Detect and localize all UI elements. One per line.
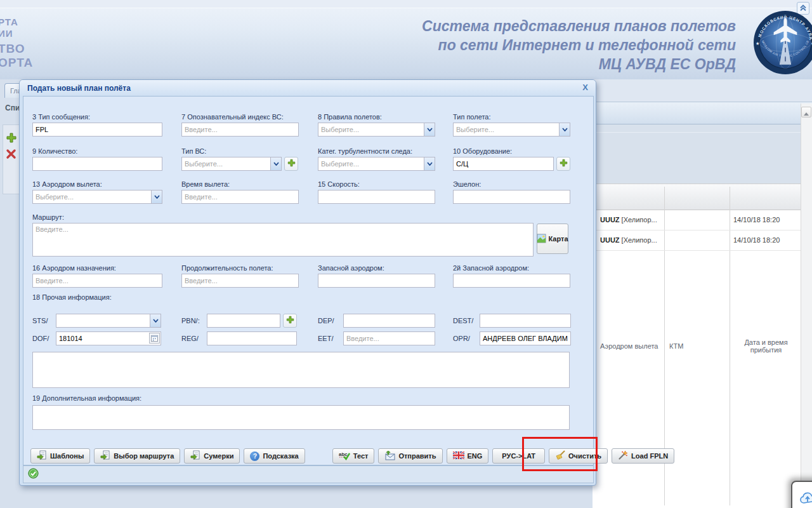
plus-icon xyxy=(5,135,18,146)
msg-type-input[interactable] xyxy=(32,123,162,137)
button-label: Сумерки xyxy=(204,452,233,460)
help-icon: ? xyxy=(250,451,259,461)
x-delete-icon xyxy=(5,151,17,162)
app-title-line: МЦ АУВД ЕС ОрВД xyxy=(422,55,736,74)
document-arrow-icon xyxy=(37,450,47,462)
field-speed: 15 Скорость: xyxy=(318,180,435,204)
chevron-down-icon[interactable] xyxy=(150,314,161,328)
additional-info-textarea[interactable] xyxy=(32,405,570,430)
map-button-label: Карта xyxy=(548,235,568,243)
header-top-band xyxy=(0,0,812,8)
field-flight-rules: 8 Правила полетов: xyxy=(318,113,435,137)
field-alternate-aerodrome: Запасной аэродром: xyxy=(318,264,435,288)
dialog-title: Подать новый план полёта xyxy=(27,84,580,93)
opr-input[interactable] xyxy=(480,331,571,345)
other-info-label: 18 Прочая информация: xyxy=(32,293,112,301)
plus-icon xyxy=(285,315,295,327)
eet-input[interactable] xyxy=(343,331,435,345)
calendar-icon[interactable] xyxy=(149,333,160,344)
field-flight-type: Тип полета: xyxy=(453,113,570,137)
document-arrow-icon xyxy=(100,450,110,462)
aircraft-id-input[interactable] xyxy=(181,123,299,137)
field-label: 7 Опознавательный индекс ВС: xyxy=(181,113,299,121)
aircraft-type-combo[interactable] xyxy=(181,157,270,171)
pbn-input[interactable] xyxy=(207,314,280,328)
svg-text:★: ★ xyxy=(756,41,759,46)
app-title-line: Система представления планов полетов xyxy=(422,17,736,36)
field-reg: REG/ xyxy=(181,331,297,345)
departure-code: UUUZ xyxy=(600,236,620,244)
send-envelope-icon xyxy=(384,451,395,462)
flight-type-combo[interactable] xyxy=(453,123,559,137)
destination-aerodrome-input[interactable] xyxy=(32,274,162,288)
add-plan-button[interactable] xyxy=(5,131,18,147)
chevron-down-icon[interactable] xyxy=(270,157,282,171)
chevron-down-icon[interactable] xyxy=(151,190,162,204)
app-title: Система представления планов полетов по … xyxy=(422,17,736,74)
vertical-scrollbar[interactable] xyxy=(801,104,812,508)
map-button[interactable]: Карта xyxy=(537,224,568,254)
count-input[interactable] xyxy=(32,157,162,171)
field-label: 13 Аэродром вылета: xyxy=(32,180,162,188)
dep-input[interactable] xyxy=(343,314,435,328)
level-input[interactable] xyxy=(453,190,570,204)
reg-input[interactable] xyxy=(207,331,297,345)
field-label: Тип ВС: xyxy=(181,147,299,155)
add-aircraft-type-button[interactable] xyxy=(284,157,298,171)
departure-name: [Хелипор... xyxy=(620,236,657,244)
add-pbn-button[interactable] xyxy=(283,314,297,328)
field-alternate2-aerodrome: 2й Запасной аэродром: xyxy=(453,264,570,288)
twilight-button[interactable]: Сумерки xyxy=(184,448,240,464)
templates-button[interactable]: Шаблоны xyxy=(30,448,90,464)
scrollbar-up-button[interactable] xyxy=(801,107,811,117)
send-button[interactable]: Отправить xyxy=(378,448,442,464)
equipment-input[interactable] xyxy=(453,157,554,171)
field-label: DEST/ xyxy=(453,317,480,324)
sts-combo[interactable] xyxy=(56,314,150,328)
field-dep: DEP/ xyxy=(318,314,435,328)
field-label: 10 Оборудование: xyxy=(453,147,570,155)
table-row[interactable]: UUUZ [Хелипор... 14/10/18 18:20 xyxy=(593,231,801,251)
cloud-upload-icon xyxy=(799,492,812,507)
wake-category-combo[interactable] xyxy=(318,157,424,171)
table-row[interactable]: UUUZ [Хелипор... 14/10/18 18:20 1 xyxy=(593,210,801,231)
duration-input[interactable] xyxy=(181,274,299,288)
field-label: 16 Аэродром назначения: xyxy=(32,264,162,272)
spacer xyxy=(309,448,329,464)
field-label: REG/ xyxy=(181,335,207,342)
load-fpln-button[interactable]: Load FPLN xyxy=(612,448,674,464)
hint-button[interactable]: ? Подсказка xyxy=(244,448,304,464)
mc-auvd-logo: МОСКОВСКИЙ ЦЕНТР АУВД MOSCOW AIR TRAFFIC… xyxy=(753,10,812,75)
flight-rules-combo[interactable] xyxy=(318,123,424,137)
table-header-row: Аэродром вылета КТМ Дата и время прибыти… xyxy=(593,184,801,210)
chevron-down-icon[interactable] xyxy=(424,157,435,171)
corner-logo-text: РТА xyxy=(0,17,18,27)
corner-logo-text: ИИ xyxy=(0,28,13,39)
dest-input[interactable] xyxy=(480,314,571,328)
dialog-titlebar[interactable]: Подать новый план полёта X xyxy=(20,80,596,96)
eng-button[interactable]: ENG xyxy=(447,448,489,464)
field-opr: OPR/ xyxy=(453,331,571,345)
new-flight-plan-dialog: Подать новый план полёта X 3 Тип сообщен… xyxy=(19,79,596,486)
chevron-down-icon[interactable] xyxy=(424,123,435,137)
page: РТА ИИ ТВО ОРТА Система представления пл… xyxy=(0,0,812,508)
delete-plan-button[interactable] xyxy=(5,148,17,163)
route-select-button[interactable]: Выбор маршрута xyxy=(94,448,180,464)
dof-input[interactable] xyxy=(56,331,161,345)
route-textarea[interactable] xyxy=(32,223,534,257)
map-icon xyxy=(537,234,546,244)
field-label: Маршрут: xyxy=(32,213,534,221)
alternate2-aerodrome-input[interactable] xyxy=(453,274,570,288)
app-title-line: по сети Интернет и телефонной сети xyxy=(422,36,736,55)
chevron-down-icon[interactable] xyxy=(559,123,570,137)
alternate-aerodrome-input[interactable] xyxy=(318,274,435,288)
add-equipment-button[interactable] xyxy=(556,157,570,171)
other-info-textarea[interactable] xyxy=(32,352,570,388)
departure-aerodrome-combo[interactable] xyxy=(32,190,151,204)
departure-time-input[interactable] xyxy=(181,190,299,204)
field-label: EET/ xyxy=(318,335,343,342)
close-icon[interactable]: X xyxy=(580,83,591,93)
background-toolbar xyxy=(590,124,812,184)
speed-input[interactable] xyxy=(318,190,435,204)
test-button[interactable]: abc Тест xyxy=(332,448,375,464)
